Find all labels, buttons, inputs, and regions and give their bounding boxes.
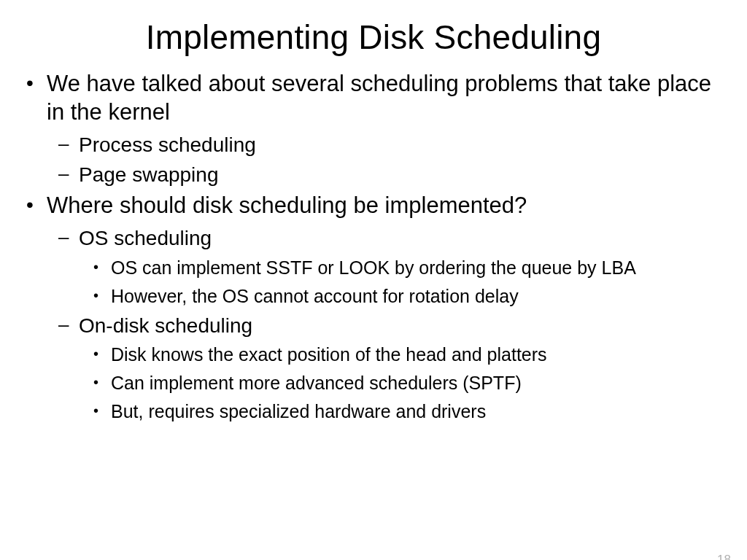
bullet-text: Can implement more advanced schedulers (… xyxy=(111,373,522,393)
bullet-text: However, the OS cannot account for rotat… xyxy=(111,286,519,306)
list-item: OS scheduling OS can implement SSTF or L… xyxy=(57,225,725,309)
bullet-list-lvl3: Disk knows the exact position of the hea… xyxy=(79,342,725,424)
list-item: Disk knows the exact position of the hea… xyxy=(92,342,725,368)
bullet-text: Page swapping xyxy=(79,163,218,186)
list-item: Page swapping xyxy=(57,161,725,189)
page-number: 18 xyxy=(717,553,731,560)
bullet-text: But, requires specialized hardware and d… xyxy=(111,401,486,421)
bullet-list-lvl3: OS can implement SSTF or LOOK by orderin… xyxy=(79,255,725,309)
list-item: We have talked about several scheduling … xyxy=(25,70,725,189)
bullet-list-lvl1: We have talked about several scheduling … xyxy=(25,70,725,424)
bullet-list-lvl2: Process scheduling Page swapping xyxy=(47,131,725,190)
bullet-text: We have talked about several scheduling … xyxy=(47,71,711,125)
bullet-text: OS can implement SSTF or LOOK by orderin… xyxy=(111,257,636,278)
bullet-text: Disk knows the exact position of the hea… xyxy=(111,344,547,365)
bullet-list-lvl2: OS scheduling OS can implement SSTF or L… xyxy=(47,225,725,425)
list-item: Process scheduling xyxy=(57,131,725,159)
bullet-text: Where should disk scheduling be implemen… xyxy=(47,192,527,218)
list-item: On-disk scheduling Disk knows the exact … xyxy=(57,312,725,425)
list-item: But, requires specialized hardware and d… xyxy=(92,399,725,424)
list-item: OS can implement SSTF or LOOK by orderin… xyxy=(92,255,725,281)
list-item: Can implement more advanced schedulers (… xyxy=(92,370,725,396)
list-item: However, the OS cannot account for rotat… xyxy=(92,284,725,309)
slide: Implementing Disk Scheduling We have tal… xyxy=(0,18,747,560)
bullet-text: Process scheduling xyxy=(79,133,256,156)
bullet-text: On-disk scheduling xyxy=(79,314,252,337)
list-item: Where should disk scheduling be implemen… xyxy=(25,192,725,424)
slide-title: Implementing Disk Scheduling xyxy=(0,18,747,57)
slide-content: We have talked about several scheduling … xyxy=(0,70,747,424)
bullet-text: OS scheduling xyxy=(79,227,212,249)
